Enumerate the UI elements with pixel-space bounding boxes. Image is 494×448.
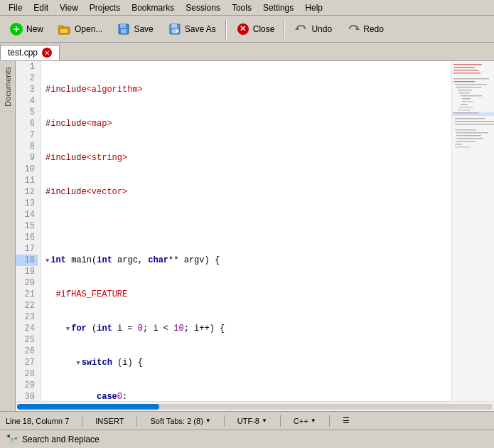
close-button[interactable]: ✕ Close [230,18,281,41]
ln-6: 6 [16,118,38,129]
svg-rect-40 [455,146,471,148]
tab-close-button[interactable]: ✕ [42,48,52,58]
editor-content[interactable]: 1 2 3 4 5 6 7 8 9 10 11 12 13 14 15 16 1… [16,61,494,401]
svg-rect-34 [455,129,476,131]
menu-bookmarks[interactable]: Bookmarks [126,1,180,14]
ln-8: 8 [16,141,38,152]
save-as-label: Save As [185,24,216,34]
search-replace-label[interactable]: Search and Replace [22,434,100,444]
svg-rect-22 [459,92,470,94]
redo-icon [346,22,360,36]
svg-rect-4 [120,24,126,28]
status-sep-3 [224,415,225,427]
ln-24: 24 [16,323,38,334]
code-line-7: #if HAS_FEATURE [41,289,451,300]
main-area: Documents 1 2 3 4 5 6 7 8 9 10 11 12 13 … [0,61,494,411]
code-line-9: switch (i) { [41,357,451,368]
scrollbar-thumb[interactable] [17,404,159,410]
ln-27: 27 [16,357,38,368]
open-label: Open... [75,24,102,34]
code-editor[interactable]: #include <algorithm> #include <map> #inc… [41,61,451,401]
save-as-button[interactable]: A Save As [161,18,222,41]
svg-rect-25 [462,101,473,102]
menu-sessions[interactable]: Sessions [180,1,226,14]
ln-14: 14 [16,209,38,220]
menu-view[interactable]: View [54,1,84,14]
svg-rect-14 [453,67,475,68]
svg-rect-12 [452,61,494,401]
svg-rect-5 [121,29,127,33]
ln-28: 28 [16,368,38,380]
new-button[interactable]: + New [3,18,50,41]
ln-23: 23 [16,311,38,323]
menu-file[interactable]: File [3,1,28,14]
fold-6[interactable] [45,255,49,267]
ln-3: 3 [16,84,38,95]
menubar: File Edit View Projects Bookmarks Sessio… [0,0,494,16]
sidebar-documents-label[interactable]: Documents [2,64,14,110]
open-icon [58,22,72,36]
svg-rect-31 [455,118,485,119]
ln-10: 10 [16,164,38,175]
svg-rect-23 [461,95,482,97]
code-line-10: case 0: [41,391,451,401]
code-line-5 [41,220,451,232]
ln-30: 30 [16,391,38,401]
ln-26: 26 [16,346,38,357]
menu-settings[interactable]: Settings [257,1,299,14]
open-button[interactable]: Open... [51,18,109,41]
status-extra-icon: ☰ [343,416,350,425]
close-label: Close [253,24,275,34]
svg-rect-36 [456,135,481,137]
new-label: New [26,24,43,34]
binoculars-icon: 🔭 [6,434,18,445]
code-line-2: #include <map> [41,118,451,129]
searchbar: 🔭 Search and Replace [0,430,494,448]
save-button[interactable]: Save [110,18,159,41]
svg-rect-30 [452,112,494,116]
redo-button[interactable]: Redo [340,18,390,41]
menu-edit[interactable]: Edit [28,1,54,14]
tabbar: test.cpp ✕ [0,43,494,61]
code-line-4: #include <vector> [41,186,451,198]
svg-text:A: A [176,28,179,33]
ln-19: 19 [16,266,38,277]
ln-20: 20 [16,277,38,289]
svg-rect-18 [453,81,475,82]
toolbar-separator-2 [284,19,285,39]
ln-29: 29 [16,380,38,391]
new-icon: + [9,22,23,36]
status-sep-4 [280,415,281,427]
svg-rect-16 [453,73,480,74]
status-encoding-dropdown[interactable]: UTF-8 [237,417,267,425]
fold-8[interactable] [66,323,70,335]
svg-rect-13 [453,64,482,65]
status-sep-5 [329,415,330,427]
save-icon [117,22,131,36]
ln-21: 21 [16,289,38,300]
svg-rect-27 [459,107,473,108]
svg-marker-10 [295,27,299,30]
svg-rect-37 [456,138,483,139]
status-tabs-dropdown[interactable]: Soft Tabs: 2 (8) [150,417,210,425]
ln-17: 17 [16,243,38,255]
sidebar: Documents [0,61,16,411]
svg-rect-35 [456,132,488,134]
save-as-icon: A [168,22,182,36]
ln-12: 12 [16,186,38,198]
horizontal-scrollbar[interactable] [16,401,494,411]
tab-test-cpp[interactable]: test.cpp ✕ [0,45,60,60]
menu-tools[interactable]: Tools [226,1,257,14]
scrollbar-track[interactable] [17,404,493,410]
code-line-1: #include <algorithm> [41,84,451,95]
line-numbers: 1 2 3 4 5 6 7 8 9 10 11 12 13 14 15 16 1… [16,61,41,401]
fold-9[interactable] [76,357,80,369]
svg-rect-15 [453,70,478,71]
ln-4: 4 [16,95,38,107]
ln-11: 11 [16,175,38,186]
status-language-dropdown[interactable]: C++ [294,417,316,425]
menu-projects[interactable]: Projects [84,1,126,14]
menu-help[interactable]: Help [299,1,328,14]
undo-button[interactable]: Undo [288,18,338,41]
status-mode: INSERT [95,417,124,425]
